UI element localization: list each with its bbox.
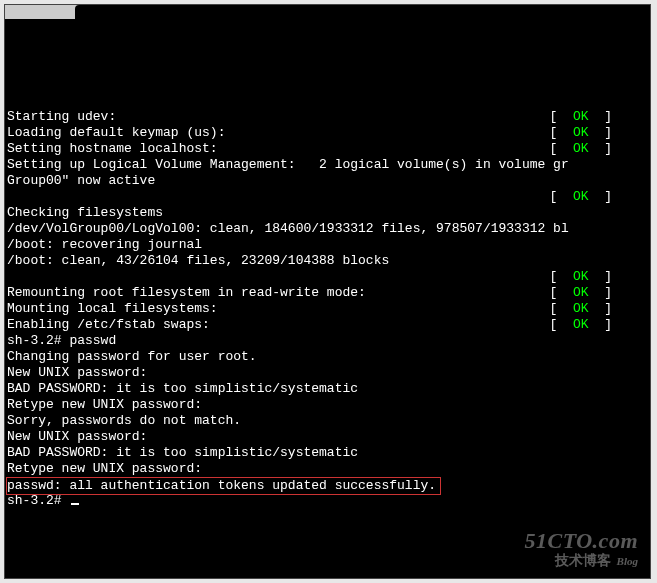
titlebar (5, 5, 650, 19)
terminal-line: Checking filesystems (7, 205, 648, 221)
boot-status-line: Remounting root filesystem in read-write… (7, 285, 648, 301)
terminal-line: New UNIX password: (7, 429, 648, 445)
terminal-line: /boot: clean, 43/26104 files, 23209/1043… (7, 253, 648, 269)
terminal-line: /dev/VolGroup00/LogVol00: clean, 184600/… (7, 221, 648, 237)
terminal-line: Changing password for user root. (7, 349, 648, 365)
boot-message: Enabling /etc/fstab swaps: (7, 317, 210, 333)
status-bracket: [ OK ] (550, 269, 648, 285)
boot-message: Remounting root filesystem in read-write… (7, 285, 366, 301)
prompt-text: sh-3.2# (7, 493, 69, 508)
boot-message: Mounting local filesystems: (7, 301, 218, 317)
terminal-line: Retype new UNIX password: (7, 461, 648, 477)
boot-message: Setting hostname localhost: (7, 141, 218, 157)
status-ok: OK (573, 285, 589, 300)
boot-status-line: Loading default keymap (us):[ OK ] (7, 125, 648, 141)
terminal-line: Sorry, passwords do not match. (7, 413, 648, 429)
terminal-body[interactable]: Starting udev:[ OK ]Loading default keym… (5, 19, 650, 578)
cursor-icon (71, 503, 79, 505)
terminal-line: sh-3.2# passwd (7, 333, 648, 349)
boot-status-line: [ OK ] (7, 269, 648, 285)
highlighted-line: passwd: all authentication tokens update… (7, 477, 648, 493)
status-ok: OK (573, 301, 589, 316)
status-bracket: [ OK ] (550, 189, 648, 205)
status-bracket: [ OK ] (550, 141, 648, 157)
boot-status-line: Mounting local filesystems:[ OK ] (7, 301, 648, 317)
boot-status-line: [ OK ] (7, 189, 648, 205)
boot-status-line: Enabling /etc/fstab swaps:[ OK ] (7, 317, 648, 333)
terminal-line: Retype new UNIX password: (7, 397, 648, 413)
status-ok: OK (573, 189, 589, 204)
terminal-line: BAD PASSWORD: it is too simplistic/syste… (7, 381, 648, 397)
terminal-line: BAD PASSWORD: it is too simplistic/syste… (7, 445, 648, 461)
status-bracket: [ OK ] (550, 301, 648, 317)
status-bracket: [ OK ] (550, 125, 648, 141)
status-ok: OK (573, 125, 589, 140)
boot-status-line: Starting udev:[ OK ] (7, 109, 648, 125)
status-ok: OK (573, 141, 589, 156)
shell-prompt[interactable]: sh-3.2# (7, 493, 648, 509)
terminal-line: /boot: recovering journal (7, 237, 648, 253)
boot-status-line: Setting hostname localhost:[ OK ] (7, 141, 648, 157)
boot-message: Loading default keymap (us): (7, 125, 225, 141)
titlebar-inner (75, 5, 650, 19)
status-ok: OK (573, 109, 589, 124)
boot-message: Starting udev: (7, 109, 116, 125)
status-bracket: [ OK ] (550, 317, 648, 333)
terminal-window: Starting udev:[ OK ]Loading default keym… (4, 4, 651, 579)
status-ok: OK (573, 317, 589, 332)
status-bracket: [ OK ] (550, 109, 648, 125)
terminal-line: Setting up Logical Volume Management: 2 … (7, 157, 648, 173)
status-bracket: [ OK ] (550, 285, 648, 301)
status-ok: OK (573, 269, 589, 284)
terminal-line: New UNIX password: (7, 365, 648, 381)
terminal-line: Group00" now active (7, 173, 648, 189)
